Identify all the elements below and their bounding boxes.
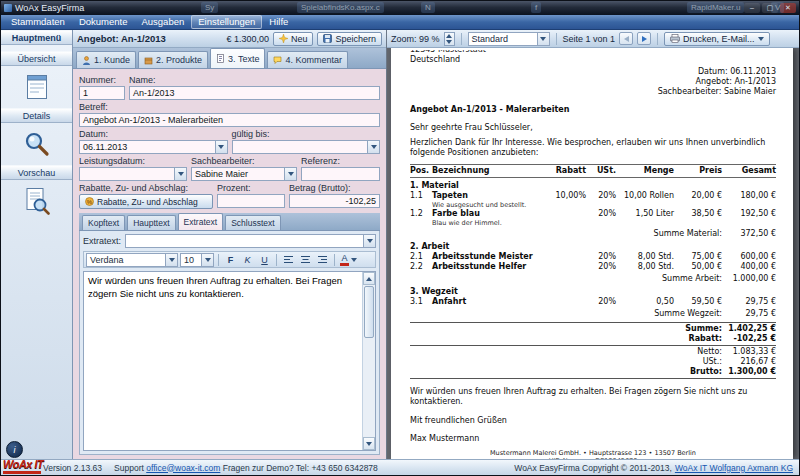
tab-kommentar[interactable]: 4. Kommentar — [267, 51, 348, 68]
menu-dokumente[interactable]: Dokumente — [72, 15, 135, 29]
rabatte-button-label: Rabatte, Zu- und Abschlag — [97, 197, 198, 207]
nummer-label: Nummer: — [79, 75, 125, 85]
doc-cell-menge: 1,50 Liter — [616, 209, 674, 219]
layout-select[interactable]: Standard — [468, 32, 550, 46]
blog-badge-icon[interactable]: i — [6, 441, 23, 458]
sidebar-item-vorschau[interactable]: Vorschau — [1, 165, 72, 180]
document-meta: Datum: 06.11.2013 Angebot: An-1/2013 Sac… — [410, 67, 776, 97]
align-right-button[interactable] — [315, 253, 330, 267]
gueltig-dropdown-icon[interactable] — [367, 141, 379, 153]
doc-cell-preis: 50,00 € — [674, 262, 722, 272]
save-button[interactable]: Speichern — [317, 32, 382, 46]
previous-page-button[interactable] — [619, 32, 633, 45]
doc-cell-menge: 10,00 Rollen — [616, 191, 674, 201]
extratext-dropdown-icon[interactable] — [363, 235, 375, 247]
preview-area[interactable]: 12345 Musterstadt Deutschland Datum: 06.… — [387, 48, 799, 459]
doc-cell-gesamt: 600,00 € — [722, 252, 776, 262]
scrollbar-thumb[interactable] — [364, 286, 374, 338]
align-center-button[interactable] — [298, 253, 313, 267]
font-family-select[interactable]: Verdana — [86, 253, 178, 267]
nummer-input[interactable]: 1 — [79, 86, 125, 100]
preview-toolbar: Zoom: 99 % Standard Seite 1 von 1 Drucke… — [387, 30, 799, 48]
recipient-country: Deutschland — [410, 55, 776, 65]
referenz-input[interactable] — [301, 167, 380, 181]
menu-bar: Stammdaten Dokumente Ausgaben Einstellun… — [1, 15, 799, 30]
doc-group-name: 3. Wegzeit — [410, 287, 776, 297]
bold-button[interactable]: F — [223, 253, 238, 267]
rabatte-section-label: Rabatte, Zu- und Abschlag: — [79, 183, 213, 193]
zoom-spinner[interactable] — [444, 32, 455, 46]
print-email-button[interactable]: Drucken, E-Mail... — [664, 32, 770, 46]
size-dropdown-icon[interactable] — [201, 254, 213, 266]
name-input[interactable]: An-1/2013 — [129, 86, 380, 100]
person-icon — [82, 56, 91, 65]
font-dropdown-icon[interactable] — [165, 254, 177, 266]
copyright-link[interactable]: WoAx IT Wolfgang Axmann KG — [675, 463, 793, 473]
tab-kopftext[interactable]: Kopftext — [82, 215, 125, 230]
sidebar-item-details[interactable]: Details — [1, 108, 72, 123]
datum-input[interactable]: 06.11.2013 — [79, 140, 228, 154]
next-page-button[interactable] — [637, 32, 651, 45]
menu-einstellungen[interactable]: Einstellungen — [191, 15, 262, 29]
doc-sum-row: Summe Wegzeit:29,75 € — [410, 309, 776, 319]
gueltig-bis-input[interactable] — [232, 140, 381, 154]
scroll-down-icon[interactable] — [363, 437, 375, 450]
extratext-template-select[interactable] — [125, 234, 376, 248]
betrag-brutto-input[interactable]: -102,25 — [289, 194, 380, 208]
tab-texte-label: 3. Texte — [228, 54, 259, 64]
tab-kopftext-label: Kopftext — [88, 218, 119, 228]
doc-sum-value: 29,75 € — [722, 309, 776, 319]
tab-extratext[interactable]: Extratext — [178, 213, 224, 230]
sidebar-item-uebersicht[interactable]: Übersicht — [1, 51, 72, 66]
doc-cell-menge: 0,50 — [616, 297, 674, 307]
align-left-button[interactable] — [281, 253, 296, 267]
doc-cell-rabatt — [548, 209, 586, 219]
title-bar[interactable]: WoAx EasyFirma Sy SpielabfindsKo.aspx.c … — [1, 1, 799, 15]
extratext-editor[interactable]: Wir würden uns freuen Ihren Auftrag zu e… — [83, 271, 376, 451]
doc-cell-gesamt: 400,00 € — [722, 262, 776, 272]
form-toolbar: Angebot: An-1/2013 € 1.300,00 Neu Speich… — [73, 30, 386, 48]
new-button[interactable]: Neu — [273, 32, 314, 46]
rabatte-button[interactable]: % Rabatte, Zu- und Abschlag — [79, 194, 213, 209]
italic-button[interactable]: K — [240, 253, 255, 267]
doc-cell-ust: 20% — [586, 252, 616, 262]
document-salutation: Sehr geehrte Frau Schlüsseler, — [410, 123, 776, 132]
woax-logo[interactable]: i WoAx IT — [3, 441, 47, 474]
menu-hilfe[interactable]: Hilfe — [262, 15, 295, 29]
prozent-input[interactable] — [217, 194, 285, 208]
tab-haupttext[interactable]: Haupttext — [127, 215, 175, 230]
minimize-button[interactable]: – — [744, 3, 760, 13]
text-tabstrip: Kopftext Haupttext Extratext Schlusstext — [79, 213, 380, 231]
menu-stammdaten[interactable]: Stammdaten — [4, 15, 72, 29]
sachbearbeiter-input[interactable]: Sabine Maier — [191, 167, 297, 181]
page-magnifier-icon[interactable] — [1, 180, 72, 222]
datum-label: Datum: — [79, 129, 228, 139]
underline-button[interactable]: U — [257, 253, 272, 267]
tab-schlusstext[interactable]: Schlusstext — [225, 215, 280, 230]
leistungsdatum-input[interactable] — [79, 167, 187, 181]
tab-kunde[interactable]: 1. Kunde — [76, 51, 136, 68]
doc-cell-ust: 20% — [586, 191, 616, 201]
editor-scrollbar[interactable] — [362, 272, 375, 450]
datum-dropdown-icon[interactable] — [215, 141, 227, 153]
doc-cell-rabatt — [548, 262, 586, 272]
font-size-select[interactable]: 10 — [180, 253, 214, 267]
doc-group-name: 2. Arbeit — [410, 242, 776, 252]
leistungsdatum-dropdown-icon[interactable] — [174, 168, 186, 180]
tab-texte[interactable]: 3. Texte — [210, 48, 265, 68]
form-grid-icon[interactable] — [1, 66, 72, 108]
magnifier-icon[interactable] — [1, 123, 72, 165]
doc-item-desc-text: Wie ausgesucht und bestellt. — [432, 201, 776, 209]
tab-produkte[interactable]: 2. Produkte — [138, 51, 208, 68]
betrag-brutto-label: Betrag (Brutto): — [289, 183, 380, 193]
prozent-label: Prozent: — [217, 183, 285, 193]
layout-dropdown-icon[interactable] — [537, 33, 549, 45]
scroll-up-icon[interactable] — [363, 272, 375, 285]
form-panel: Angebot: An-1/2013 € 1.300,00 Neu Speich… — [73, 30, 387, 459]
extratext-editor-text[interactable]: Wir würden uns freuen Ihren Auftrag zu e… — [84, 272, 362, 450]
font-color-button[interactable]: A — [339, 253, 358, 267]
sachbearbeiter-dropdown-icon[interactable] — [284, 168, 296, 180]
menu-ausgaben[interactable]: Ausgaben — [134, 15, 191, 29]
betreff-input[interactable]: Angebot An-1/2013 - Malerarbeiten — [79, 113, 380, 127]
support-email-link[interactable]: office@woax-it.com — [146, 463, 220, 473]
